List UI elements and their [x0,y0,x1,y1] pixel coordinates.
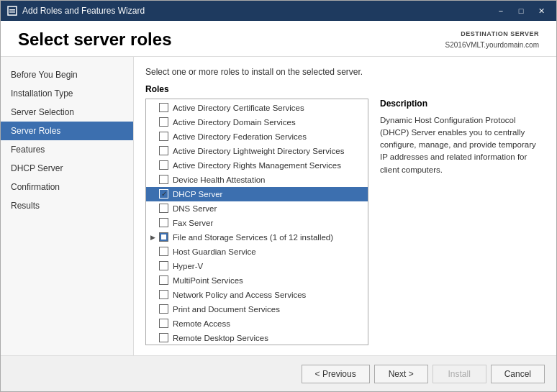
page-title: Select server roles [18,29,171,50]
role-label-rds: Remote Desktop Services [173,334,363,342]
role-item-multipoint[interactable]: MultiPoint Services [146,273,368,288]
role-item-adrms[interactable]: Active Directory Rights Management Servi… [146,158,368,173]
sidebar-item-server-selection[interactable]: Server Selection [1,103,133,122]
sidebar-item-server-roles[interactable]: Server Roles [1,122,133,140]
role-item-adlds[interactable]: Active Directory Lightweight Directory S… [146,144,368,158]
sidebar-item-confirmation[interactable]: Confirmation [1,178,133,196]
checkbox-adds[interactable] [159,117,168,127]
sidebar-item-installation-type[interactable]: Installation Type [1,84,133,103]
checkbox-hgs[interactable] [159,247,168,256]
role-label-dhcp: DHCP Server [173,190,363,199]
checkbox-dns[interactable] [159,204,168,213]
role-label-fax: Fax Server [173,219,363,227]
expand-arrow-dha [150,176,159,183]
title-bar: Add Roles and Features Wizard − □ ✕ [1,1,556,21]
role-label-hgs: Host Guardian Service [173,247,363,256]
svg-rect-0 [8,6,17,15]
description-panel: Description Dynamic Host Configuration P… [377,99,545,346]
roles-list[interactable]: Active Directory Certificate Services Ac… [146,99,368,345]
roles-label: Roles [145,84,545,94]
role-label-dns: DNS Server [173,204,363,213]
expand-arrow-adlds [150,147,159,155]
footer: < Previous Next > Install Cancel [1,355,556,391]
window-icon [6,5,18,17]
sidebar-item-results[interactable]: Results [1,196,133,215]
minimize-button[interactable]: − [492,4,510,18]
cancel-button[interactable]: Cancel [491,365,545,383]
role-item-hgs[interactable]: Host Guardian Service [146,245,368,259]
checkbox-adlds[interactable] [159,146,168,155]
checkbox-dha[interactable] [159,175,168,184]
svg-rect-2 [9,12,15,13]
previous-button[interactable]: < Previous [302,365,370,383]
role-item-rds[interactable]: Remote Desktop Services [146,331,368,345]
role-item-print[interactable]: Print and Document Services [146,302,368,316]
checkbox-adfs[interactable] [159,132,168,141]
role-label-adcs: Active Directory Certificate Services [173,104,363,112]
description-text: Dynamic Host Configuration Protocol (DHC… [380,114,542,176]
expand-arrow-adrms [150,162,159,169]
role-label-print: Print and Document Services [173,305,363,314]
role-label-adrms: Active Directory Rights Management Servi… [173,161,363,170]
role-item-remote-access[interactable]: Remote Access [146,316,368,331]
expand-arrow-fas: ▶ [150,234,159,241]
expand-arrow-remote-access [150,320,159,327]
maximize-button[interactable]: □ [512,4,530,18]
role-item-adfs[interactable]: Active Directory Federation Services [146,129,368,144]
role-item-fas[interactable]: ▶ File and Storage Services (1 of 12 ins… [146,230,368,245]
role-item-adds[interactable]: Active Directory Domain Services [146,115,368,129]
role-label-adlds: Active Directory Lightweight Directory S… [173,147,363,155]
sidebar-item-dhcp-server[interactable]: DHCP Server [1,159,133,178]
roles-container: Active Directory Certificate Services Ac… [145,99,545,346]
expand-arrow-rds [150,334,159,342]
checkbox-multipoint[interactable] [159,275,168,285]
expand-arrow-hgs [150,248,159,255]
window-controls: − □ ✕ [492,4,551,18]
close-button[interactable]: ✕ [532,4,551,18]
instruction-text: Select one or more roles to install on t… [145,67,545,77]
role-item-dns[interactable]: DNS Server [146,201,368,216]
role-item-fax[interactable]: Fax Server [146,216,368,230]
page-header: Select server roles DESTINATION SERVER S… [1,21,556,57]
role-label-hyperv: Hyper-V [173,262,363,270]
destination-server-label: DESTINATION SERVER [445,29,539,40]
checkbox-print[interactable] [159,304,168,314]
expand-arrow-hyperv [150,263,159,270]
checkbox-dhcp[interactable] [159,189,168,199]
role-label-npas: Network Policy and Access Services [173,291,363,299]
role-label-dha: Device Health Attestation [173,176,363,184]
role-label-remote-access: Remote Access [173,319,363,328]
role-item-dhcp[interactable]: DHCP Server [146,187,368,201]
expand-arrow-print [150,306,159,313]
role-item-dha[interactable]: Device Health Attestation [146,173,368,187]
role-label-multipoint: MultiPoint Services [173,276,363,285]
install-button[interactable]: Install [433,365,486,383]
sidebar-item-features[interactable]: Features [1,140,133,159]
main-wrapper: Select server roles DESTINATION SERVER S… [1,21,556,391]
roles-list-wrapper: Active Directory Certificate Services Ac… [145,99,368,346]
checkbox-adrms[interactable] [159,160,168,170]
window-title: Add Roles and Features Wizard [22,6,492,16]
checkbox-rds[interactable] [159,333,168,342]
checkbox-adcs[interactable] [159,103,168,112]
destination-server-info: DESTINATION SERVER S2016VMLT.yourdomain.… [445,29,539,50]
role-item-hyperv[interactable]: Hyper-V [146,259,368,273]
next-button[interactable]: Next > [374,365,428,383]
expand-arrow-multipoint [150,277,159,284]
destination-server-name: S2016VMLT.yourdomain.com [445,40,539,50]
checkbox-hyperv[interactable] [159,261,168,270]
checkbox-fax[interactable] [159,218,168,227]
expand-arrow-fax [150,219,159,227]
svg-rect-1 [9,9,15,11]
checkbox-npas[interactable] [159,290,168,299]
expand-arrow-adds [150,119,159,126]
role-label-fas: File and Storage Services (1 of 12 insta… [173,233,363,242]
sidebar-item-before-you-begin[interactable]: Before You Begin [1,65,133,84]
role-item-adcs[interactable]: Active Directory Certificate Services [146,101,368,115]
checkbox-remote-access[interactable] [159,319,168,328]
expand-arrow-adfs [150,133,159,140]
role-item-npas[interactable]: Network Policy and Access Services [146,288,368,302]
checkbox-fas[interactable] [159,232,168,242]
body-split: Before You Begin Installation Type Serve… [1,57,556,356]
expand-arrow-dhcp [150,191,159,198]
